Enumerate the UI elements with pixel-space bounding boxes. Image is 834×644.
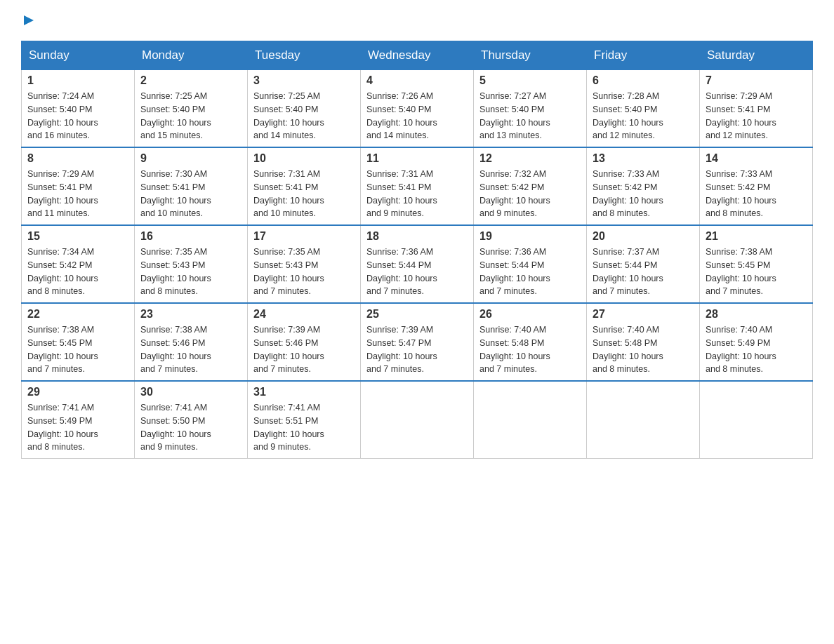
calendar-cell (474, 381, 587, 459)
day-number: 20 (593, 230, 694, 243)
day-info: Sunrise: 7:34 AM Sunset: 5:42 PM Dayligh… (27, 246, 128, 298)
calendar-cell: 12 Sunrise: 7:32 AM Sunset: 5:42 PM Dayl… (474, 147, 587, 225)
calendar-cell: 29 Sunrise: 7:41 AM Sunset: 5:49 PM Dayl… (22, 381, 135, 459)
svg-marker-0 (24, 15, 34, 25)
calendar-cell: 19 Sunrise: 7:36 AM Sunset: 5:44 PM Dayl… (474, 225, 587, 303)
day-info: Sunrise: 7:39 AM Sunset: 5:46 PM Dayligh… (253, 323, 355, 376)
day-number: 14 (706, 152, 807, 165)
day-number: 4 (366, 74, 468, 87)
calendar-cell: 10 Sunrise: 7:31 AM Sunset: 5:41 PM Dayl… (248, 147, 361, 225)
calendar-cell: 27 Sunrise: 7:40 AM Sunset: 5:48 PM Dayl… (587, 303, 700, 381)
day-info: Sunrise: 7:32 AM Sunset: 5:42 PM Dayligh… (479, 168, 581, 220)
weekday-header-thursday: Thursday (474, 41, 587, 70)
day-number: 9 (140, 152, 241, 165)
day-info: Sunrise: 7:39 AM Sunset: 5:47 PM Dayligh… (366, 323, 468, 376)
day-number: 3 (253, 74, 355, 87)
calendar-cell: 20 Sunrise: 7:37 AM Sunset: 5:44 PM Dayl… (587, 225, 700, 303)
calendar-cell: 24 Sunrise: 7:39 AM Sunset: 5:46 PM Dayl… (248, 303, 361, 381)
weekday-header-wednesday: Wednesday (361, 41, 474, 70)
day-number: 8 (27, 152, 128, 165)
day-info: Sunrise: 7:36 AM Sunset: 5:44 PM Dayligh… (366, 246, 468, 298)
day-number: 17 (253, 230, 355, 243)
day-number: 23 (140, 308, 241, 321)
day-number: 15 (27, 230, 128, 243)
weekday-header-saturday: Saturday (700, 41, 813, 70)
day-number: 1 (27, 74, 128, 87)
calendar-cell: 9 Sunrise: 7:30 AM Sunset: 5:41 PM Dayli… (135, 147, 248, 225)
day-number: 10 (253, 152, 355, 165)
calendar-cell: 13 Sunrise: 7:33 AM Sunset: 5:42 PM Dayl… (587, 147, 700, 225)
calendar-cell: 18 Sunrise: 7:36 AM Sunset: 5:44 PM Dayl… (361, 225, 474, 303)
day-info: Sunrise: 7:25 AM Sunset: 5:40 PM Dayligh… (140, 90, 241, 142)
day-info: Sunrise: 7:28 AM Sunset: 5:40 PM Dayligh… (593, 90, 694, 142)
day-number: 25 (366, 308, 468, 321)
calendar-cell: 25 Sunrise: 7:39 AM Sunset: 5:47 PM Dayl… (361, 303, 474, 381)
calendar-cell: 11 Sunrise: 7:31 AM Sunset: 5:41 PM Dayl… (361, 147, 474, 225)
calendar-cell: 2 Sunrise: 7:25 AM Sunset: 5:40 PM Dayli… (135, 70, 248, 148)
weekday-header-monday: Monday (135, 41, 248, 70)
day-info: Sunrise: 7:37 AM Sunset: 5:44 PM Dayligh… (593, 246, 694, 298)
day-info: Sunrise: 7:41 AM Sunset: 5:50 PM Dayligh… (140, 401, 241, 454)
calendar-cell: 16 Sunrise: 7:35 AM Sunset: 5:43 PM Dayl… (135, 225, 248, 303)
calendar-cell: 15 Sunrise: 7:34 AM Sunset: 5:42 PM Dayl… (22, 225, 135, 303)
day-info: Sunrise: 7:35 AM Sunset: 5:43 PM Dayligh… (253, 246, 355, 298)
calendar-cell: 23 Sunrise: 7:38 AM Sunset: 5:46 PM Dayl… (135, 303, 248, 381)
day-info: Sunrise: 7:41 AM Sunset: 5:51 PM Dayligh… (253, 401, 355, 454)
day-info: Sunrise: 7:29 AM Sunset: 5:41 PM Dayligh… (27, 168, 128, 220)
day-number: 30 (140, 386, 241, 398)
day-info: Sunrise: 7:31 AM Sunset: 5:41 PM Dayligh… (366, 168, 468, 220)
day-info: Sunrise: 7:40 AM Sunset: 5:49 PM Dayligh… (706, 323, 807, 376)
calendar-cell: 26 Sunrise: 7:40 AM Sunset: 5:48 PM Dayl… (474, 303, 587, 381)
day-info: Sunrise: 7:29 AM Sunset: 5:41 PM Dayligh… (706, 90, 807, 142)
day-info: Sunrise: 7:36 AM Sunset: 5:44 PM Dayligh… (479, 246, 581, 298)
day-info: Sunrise: 7:40 AM Sunset: 5:48 PM Dayligh… (479, 323, 581, 376)
day-info: Sunrise: 7:26 AM Sunset: 5:40 PM Dayligh… (366, 90, 468, 142)
day-number: 13 (593, 152, 694, 165)
weekday-header-sunday: Sunday (22, 41, 135, 70)
day-info: Sunrise: 7:38 AM Sunset: 5:46 PM Dayligh… (140, 323, 241, 376)
day-number: 28 (706, 308, 807, 321)
day-number: 2 (140, 74, 241, 87)
calendar-cell (700, 381, 813, 459)
calendar-cell: 14 Sunrise: 7:33 AM Sunset: 5:42 PM Dayl… (700, 147, 813, 225)
day-number: 5 (479, 74, 581, 87)
day-number: 21 (706, 230, 807, 243)
day-number: 18 (366, 230, 468, 243)
day-number: 11 (366, 152, 468, 165)
calendar-cell (587, 381, 700, 459)
day-info: Sunrise: 7:35 AM Sunset: 5:43 PM Dayligh… (140, 246, 241, 298)
day-number: 29 (27, 386, 128, 398)
page-header (21, 14, 813, 28)
calendar-cell: 30 Sunrise: 7:41 AM Sunset: 5:50 PM Dayl… (135, 381, 248, 459)
day-info: Sunrise: 7:40 AM Sunset: 5:48 PM Dayligh… (593, 323, 694, 376)
calendar-table: SundayMondayTuesdayWednesdayThursdayFrid… (21, 41, 813, 459)
logo (21, 14, 35, 28)
calendar-cell: 3 Sunrise: 7:25 AM Sunset: 5:40 PM Dayli… (248, 70, 361, 148)
day-number: 6 (593, 74, 694, 87)
calendar-cell: 8 Sunrise: 7:29 AM Sunset: 5:41 PM Dayli… (22, 147, 135, 225)
day-info: Sunrise: 7:31 AM Sunset: 5:41 PM Dayligh… (253, 168, 355, 220)
calendar-cell: 1 Sunrise: 7:24 AM Sunset: 5:40 PM Dayli… (22, 70, 135, 148)
day-number: 19 (479, 230, 581, 243)
day-info: Sunrise: 7:38 AM Sunset: 5:45 PM Dayligh… (27, 323, 128, 376)
calendar-cell: 28 Sunrise: 7:40 AM Sunset: 5:49 PM Dayl… (700, 303, 813, 381)
day-number: 31 (253, 386, 355, 398)
day-number: 16 (140, 230, 241, 243)
weekday-header-tuesday: Tuesday (248, 41, 361, 70)
day-number: 24 (253, 308, 355, 321)
day-number: 27 (593, 308, 694, 321)
calendar-cell: 5 Sunrise: 7:27 AM Sunset: 5:40 PM Dayli… (474, 70, 587, 148)
calendar-cell: 4 Sunrise: 7:26 AM Sunset: 5:40 PM Dayli… (361, 70, 474, 148)
day-info: Sunrise: 7:24 AM Sunset: 5:40 PM Dayligh… (27, 90, 128, 142)
calendar-cell: 31 Sunrise: 7:41 AM Sunset: 5:51 PM Dayl… (248, 381, 361, 459)
logo-arrow-icon (22, 14, 35, 27)
calendar-cell: 6 Sunrise: 7:28 AM Sunset: 5:40 PM Dayli… (587, 70, 700, 148)
calendar-cell: 21 Sunrise: 7:38 AM Sunset: 5:45 PM Dayl… (700, 225, 813, 303)
day-info: Sunrise: 7:33 AM Sunset: 5:42 PM Dayligh… (593, 168, 694, 220)
calendar-cell: 7 Sunrise: 7:29 AM Sunset: 5:41 PM Dayli… (700, 70, 813, 148)
day-info: Sunrise: 7:41 AM Sunset: 5:49 PM Dayligh… (27, 401, 128, 454)
day-number: 12 (479, 152, 581, 165)
calendar-cell (361, 381, 474, 459)
day-info: Sunrise: 7:38 AM Sunset: 5:45 PM Dayligh… (706, 246, 807, 298)
day-number: 22 (27, 308, 128, 321)
